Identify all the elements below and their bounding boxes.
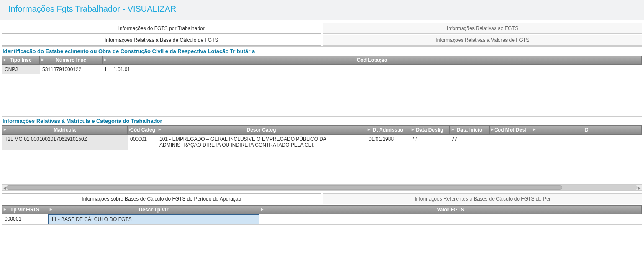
col-matricula[interactable]: Matrícula — [2, 126, 128, 134]
table-row[interactable]: 000001 11 - BASE DE CÁLCULO DO FGTS — [2, 214, 642, 224]
table-row[interactable]: T2L MG 01 0001002017062910150Z 000001 10… — [2, 135, 642, 150]
section2-title: Informações Relativas à Matrícula e Cate… — [2, 116, 642, 125]
col-tp-vlr[interactable]: Tp Vlr FGTS — [2, 206, 48, 214]
horizontal-scrollbar[interactable]: ◀ ▶ — [2, 184, 642, 191]
scroll-right-icon[interactable]: ▶ — [638, 185, 641, 190]
col-extra[interactable]: D — [531, 126, 642, 134]
cell-valor-fgts — [259, 214, 642, 224]
col-valor-fgts[interactable]: Valor FGTS — [259, 206, 642, 214]
table-row[interactable]: CNPJ 53113791000122 L 1.01.01 — [2, 65, 642, 74]
content-area: Informações do FGTS por Trabalhador Info… — [0, 20, 644, 226]
cell-dt-admissao: 01/01/1988 — [366, 135, 410, 150]
col-tipo-insc[interactable]: Tipo Insc — [2, 56, 40, 64]
cell-cod-categ: 000001 — [128, 135, 157, 150]
grid1-header: Tipo Insc Número Insc Cód Lotação — [2, 56, 642, 65]
cell-cod-lotacao: 1.01.01 — [111, 65, 133, 74]
scrollbar-thumb[interactable] — [6, 185, 562, 190]
tab-valores-fgts[interactable]: Informações Relativas a Valores de FGTS — [323, 35, 643, 46]
scrollbar-track[interactable] — [6, 185, 638, 190]
grid2-header: Matrícula Cód Categ Descr Categ Dt Admis… — [2, 125, 642, 135]
tabs-mid: Informações Relativas a Base de Cálculo … — [2, 35, 642, 46]
section1-title: Identificação do Estabelecimento ou Obra… — [2, 46, 642, 56]
grid1-body: CNPJ 53113791000122 L 1.01.01 — [2, 65, 642, 116]
page-title: Informações Fgts Trabalhador - VISUALIZA… — [8, 4, 636, 14]
grid2-spacer — [2, 150, 642, 183]
col-data-inicio[interactable]: Data Início — [450, 126, 490, 134]
cell-tp-vlr: 000001 — [2, 214, 48, 224]
cell-descr-tp-vlr[interactable]: 11 - BASE DE CÁLCULO DO FGTS — [48, 214, 259, 224]
col-descr-categ[interactable]: Descr Categ — [157, 126, 366, 134]
cell-cod-mot-desl — [490, 135, 531, 150]
title-bar: Informações Fgts Trabalhador - VISUALIZA… — [0, 0, 644, 20]
tab-base-calculo[interactable]: Informações Relativas a Base de Cálculo … — [2, 35, 321, 46]
cell-data-inicio: / / — [450, 135, 490, 150]
cell-descr-categ: 101 - EMPREGADO – GERAL INCLUSIVE O EMPR… — [157, 135, 366, 150]
cell-data-deslig: / / — [410, 135, 450, 150]
tab-relativas-fgts[interactable]: Informações Relativas ao FGTS — [323, 23, 643, 34]
cell-lotacao-prefix: L — [103, 65, 111, 74]
grid1-spacer — [2, 74, 642, 116]
tabs-top: Informações do FGTS por Trabalhador Info… — [2, 23, 642, 34]
grid2-body: T2L MG 01 0001002017062910150Z 000001 10… — [2, 135, 642, 183]
tab-fgts-por-trabalhador[interactable]: Informações do FGTS por Trabalhador — [2, 23, 321, 34]
scroll-left-icon[interactable]: ◀ — [3, 185, 6, 190]
col-cod-mot-desl[interactable]: Cod Mot Desl — [490, 126, 531, 134]
col-data-deslig[interactable]: Data Deslig — [410, 126, 450, 134]
tabs-bottom: Informações sobre Bases de Cálculo do FG… — [2, 193, 642, 204]
cell-matricula: T2L MG 01 0001002017062910150Z — [2, 135, 128, 150]
col-cod-categ[interactable]: Cód Categ — [128, 126, 157, 134]
grid3-body: 000001 11 - BASE DE CÁLCULO DO FGTS — [2, 214, 642, 225]
grid3-header: Tp Vlr FGTS Descr Tp Vlr Valor FGTS — [2, 205, 642, 214]
cell-tipo-insc: CNPJ — [2, 65, 40, 74]
cell-extra — [531, 135, 642, 150]
tab-bases-referentes[interactable]: Informações Referentes a Bases de Cálcul… — [323, 193, 643, 204]
col-dt-admissao[interactable]: Dt Admissão — [366, 126, 410, 134]
cell-numero-insc: 53113791000122 — [40, 65, 103, 74]
tab-bases-periodo[interactable]: Informações sobre Bases de Cálculo do FG… — [2, 193, 321, 204]
col-descr-tp-vlr[interactable]: Descr Tp Vlr — [48, 206, 259, 214]
col-numero-insc[interactable]: Número Insc — [40, 56, 103, 64]
col-cod-lotacao[interactable]: Cód Lotação — [103, 56, 642, 64]
